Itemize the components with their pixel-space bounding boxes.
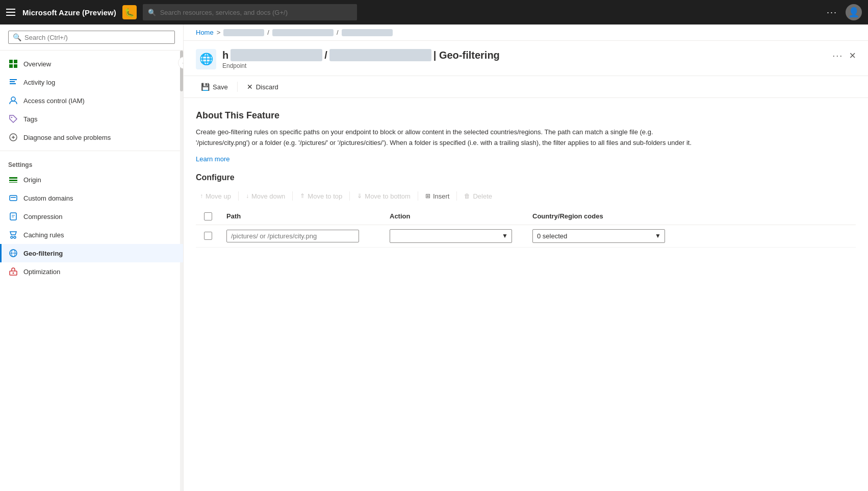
sidebar-item-custom-domains[interactable]: Custom domains	[0, 189, 183, 207]
move-to-bottom-button[interactable]: ⇓ Move to bottom	[353, 190, 415, 202]
svg-rect-5	[10, 81, 15, 82]
search-input[interactable]	[160, 9, 352, 16]
svg-rect-10	[9, 180, 17, 181]
sidebar-item-optimization-label: Optimization	[23, 268, 60, 276]
page-title-blur-2	[329, 49, 431, 61]
sidebar-item-iam[interactable]: Access control (IAM)	[0, 91, 183, 110]
svg-rect-2	[9, 64, 13, 68]
row-country-cell: 0 selected ▼	[526, 225, 856, 247]
page-title-blur-1	[231, 49, 322, 61]
bug-icon[interactable]: 🐛	[122, 5, 137, 19]
sidebar-item-geo-filtering-label: Geo-filtering	[23, 250, 63, 257]
sidebar-item-caching-rules[interactable]: Caching rules	[0, 226, 183, 244]
diagnose-icon	[8, 132, 18, 142]
sidebar-item-geo-filtering[interactable]: Geo-filtering	[0, 244, 183, 262]
sidebar-item-tags-label: Tags	[23, 115, 37, 123]
sidebar-navigation: « Overview Activity log	[0, 51, 183, 491]
search-icon: 🔍	[148, 9, 156, 16]
caching-rules-icon	[8, 230, 18, 240]
about-feature-title: About This Feature	[196, 110, 856, 121]
toolbar-separator	[237, 82, 238, 92]
tags-icon	[8, 114, 18, 124]
breadcrumb-blurred-1	[223, 29, 264, 36]
move-down-button[interactable]: ↓ Move down	[242, 190, 289, 202]
sidebar-item-diagnose-label: Diagnose and solve problems	[23, 134, 111, 141]
table-header-path: Path	[220, 208, 384, 225]
sidebar-search-icon: 🔍	[13, 33, 21, 41]
table-toolbar-sep-5	[456, 191, 457, 201]
svg-point-7	[11, 97, 15, 101]
sidebar-search-area: 🔍	[0, 24, 183, 51]
sidebar-collapse-area: «	[178, 57, 183, 69]
svg-rect-14	[10, 213, 16, 220]
sidebar-item-activity-log-label: Activity log	[23, 79, 55, 86]
sidebar-item-diagnose[interactable]: Diagnose and solve problems	[0, 128, 183, 146]
svg-rect-13	[11, 197, 16, 198]
configure-title: Configure	[196, 173, 856, 182]
sidebar-search-input[interactable]	[24, 34, 170, 41]
breadcrumb-separator-3: /	[337, 29, 339, 36]
svg-rect-6	[10, 83, 16, 84]
hamburger-menu-button[interactable]	[6, 7, 16, 17]
page-title-wrap: h / | Geo-filtering Endpoint	[222, 49, 500, 69]
topbar-more-options[interactable]: ···	[827, 7, 837, 18]
discard-icon: ✕	[247, 83, 253, 91]
compression-icon	[8, 211, 18, 222]
page-title-prefix: h	[222, 50, 228, 61]
sidebar-search-container[interactable]: 🔍	[8, 31, 175, 44]
move-up-icon: ↑	[200, 192, 203, 200]
save-button[interactable]: 💾 Save	[196, 80, 233, 93]
svg-rect-11	[9, 182, 17, 183]
delete-button[interactable]: 🗑 Delete	[460, 190, 496, 202]
breadcrumb-home[interactable]: Home	[196, 29, 214, 36]
move-up-button[interactable]: ↑ Move up	[196, 190, 235, 202]
avatar[interactable]: 👤	[846, 4, 862, 20]
select-all-checkbox[interactable]	[204, 212, 212, 220]
sidebar-item-optimization[interactable]: Optimization	[0, 262, 183, 281]
page-header-right: ··· ×	[832, 49, 856, 62]
sidebar-collapse-button[interactable]: «	[178, 57, 183, 69]
global-search-bar[interactable]: 🔍	[143, 4, 357, 20]
page-header: 🌐 h / | Geo-filtering Endpoint ··· ×	[184, 41, 868, 76]
path-input[interactable]	[226, 230, 359, 242]
table-header: Path Action Country/Region codes	[196, 208, 856, 225]
sidebar-item-overview[interactable]: Overview	[0, 55, 183, 73]
svg-rect-3	[14, 64, 17, 68]
main-toolbar: 💾 Save ✕ Discard	[184, 76, 868, 98]
activity-log-icon	[8, 77, 18, 87]
sidebar-item-tags[interactable]: Tags	[0, 110, 183, 128]
svg-point-8	[11, 117, 12, 118]
insert-button[interactable]: ⊞ Insert	[421, 190, 454, 202]
svg-rect-1	[14, 60, 17, 63]
sidebar-item-compression-label: Compression	[23, 213, 63, 220]
table-header-row: Path Action Country/Region codes	[196, 208, 856, 225]
svg-rect-12	[10, 195, 17, 201]
row-checkbox[interactable]	[204, 232, 212, 240]
insert-icon: ⊞	[425, 192, 430, 200]
sidebar-item-caching-rules-label: Caching rules	[23, 231, 64, 239]
learn-more-link[interactable]: Learn more	[196, 155, 229, 163]
configure-section: Configure ↑ Move up ↓ Move down ⇑	[196, 173, 856, 248]
page-title-paren: /	[324, 50, 327, 61]
sidebar: 🔍 « Overview	[0, 24, 184, 491]
discard-button[interactable]: ✕ Discard	[242, 80, 284, 93]
sidebar-item-compression[interactable]: Compression	[0, 207, 183, 226]
svg-point-16	[14, 236, 16, 238]
geo-filtering-icon	[8, 248, 18, 258]
optimization-icon	[8, 266, 18, 277]
svg-rect-0	[9, 60, 13, 63]
country-select-wrapper: 0 selected ▼	[532, 229, 665, 243]
country-select[interactable]: 0 selected	[532, 229, 665, 243]
top-navigation-bar: Microsoft Azure (Preview) 🐛 🔍 ··· 👤	[0, 0, 868, 24]
geo-filtering-table: Path Action Country/Region codes	[196, 208, 856, 248]
sidebar-item-origin[interactable]: Origin	[0, 170, 183, 189]
move-to-top-button[interactable]: ⇑ Move to top	[296, 190, 346, 202]
table-header-checkbox	[196, 208, 220, 225]
delete-icon: 🗑	[464, 192, 470, 200]
action-select[interactable]: Allow Block	[390, 229, 512, 243]
iam-icon	[8, 95, 18, 106]
sidebar-item-activity-log[interactable]: Activity log	[0, 73, 183, 91]
table-toolbar-sep-3	[349, 191, 350, 201]
page-close-button[interactable]: ×	[849, 49, 856, 62]
page-more-options-button[interactable]: ···	[832, 51, 843, 61]
